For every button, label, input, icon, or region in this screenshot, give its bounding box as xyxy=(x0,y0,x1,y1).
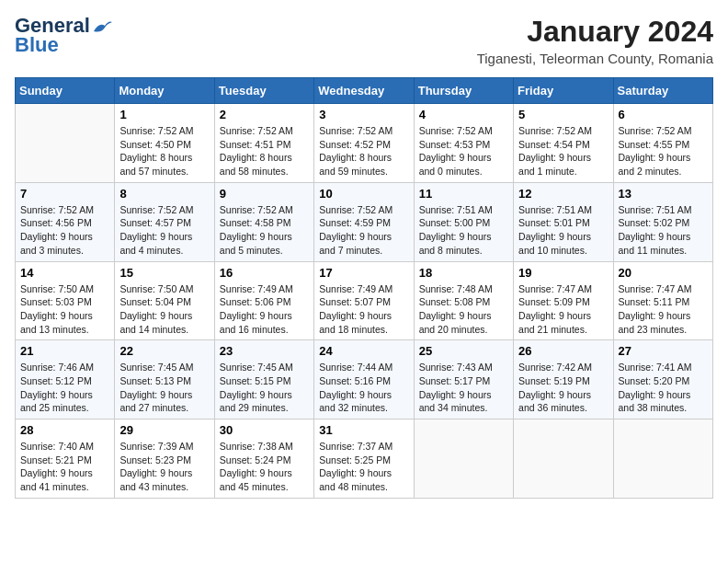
calendar-cell: 12Sunrise: 7:51 AM Sunset: 5:01 PM Dayli… xyxy=(514,182,613,261)
logo-blue: Blue xyxy=(15,33,59,57)
calendar-cell: 2Sunrise: 7:52 AM Sunset: 4:51 PM Daylig… xyxy=(214,104,313,183)
day-info: Sunrise: 7:47 AM Sunset: 5:11 PM Dayligh… xyxy=(619,282,708,337)
calendar-cell: 29Sunrise: 7:39 AM Sunset: 5:23 PM Dayli… xyxy=(115,419,214,499)
calendar-cell: 18Sunrise: 7:48 AM Sunset: 5:08 PM Dayli… xyxy=(414,261,513,340)
logo: General Blue xyxy=(15,15,112,57)
day-info: Sunrise: 7:47 AM Sunset: 5:09 PM Dayligh… xyxy=(518,282,608,337)
calendar-cell: 14Sunrise: 7:50 AM Sunset: 5:03 PM Dayli… xyxy=(16,261,115,340)
day-info: Sunrise: 7:37 AM Sunset: 5:25 PM Dayligh… xyxy=(319,440,408,494)
calendar-cell: 7Sunrise: 7:52 AM Sunset: 4:56 PM Daylig… xyxy=(16,182,115,261)
calendar-cell: 10Sunrise: 7:52 AM Sunset: 4:59 PM Dayli… xyxy=(314,182,414,261)
calendar-cell: 9Sunrise: 7:52 AM Sunset: 4:58 PM Daylig… xyxy=(214,182,313,261)
calendar-cell xyxy=(613,419,712,499)
month-title: January 2024 xyxy=(477,15,713,49)
calendar-week-row: 21Sunrise: 7:46 AM Sunset: 5:12 PM Dayli… xyxy=(16,340,713,419)
calendar-cell: 31Sunrise: 7:37 AM Sunset: 5:25 PM Dayli… xyxy=(314,419,414,499)
day-number: 3 xyxy=(319,108,408,121)
day-number: 17 xyxy=(319,266,408,280)
calendar-cell: 13Sunrise: 7:51 AM Sunset: 5:02 PM Dayli… xyxy=(613,182,712,261)
day-number: 29 xyxy=(119,423,209,437)
day-info: Sunrise: 7:52 AM Sunset: 4:54 PM Dayligh… xyxy=(518,124,608,178)
weekday-header-saturday: Saturday xyxy=(613,78,712,104)
calendar-cell: 30Sunrise: 7:38 AM Sunset: 5:24 PM Dayli… xyxy=(214,419,313,499)
calendar-cell xyxy=(414,419,513,499)
day-number: 24 xyxy=(319,344,408,358)
calendar-cell xyxy=(514,419,613,499)
weekday-header-wednesday: Wednesday xyxy=(314,78,414,104)
weekday-header-tuesday: Tuesday xyxy=(214,78,313,104)
calendar-cell: 5Sunrise: 7:52 AM Sunset: 4:54 PM Daylig… xyxy=(514,104,613,183)
calendar-cell: 26Sunrise: 7:42 AM Sunset: 5:19 PM Dayli… xyxy=(514,340,613,419)
day-info: Sunrise: 7:48 AM Sunset: 5:08 PM Dayligh… xyxy=(419,282,508,337)
day-info: Sunrise: 7:52 AM Sunset: 4:58 PM Dayligh… xyxy=(220,203,309,258)
calendar-table: SundayMondayTuesdayWednesdayThursdayFrid… xyxy=(15,77,713,499)
day-number: 16 xyxy=(220,266,309,280)
day-number: 27 xyxy=(619,344,708,358)
day-number: 21 xyxy=(20,344,109,358)
day-number: 1 xyxy=(119,108,209,121)
calendar-cell: 28Sunrise: 7:40 AM Sunset: 5:21 PM Dayli… xyxy=(16,419,115,499)
day-info: Sunrise: 7:40 AM Sunset: 5:21 PM Dayligh… xyxy=(20,440,109,494)
day-number: 13 xyxy=(619,187,708,201)
day-number: 5 xyxy=(518,108,608,121)
calendar-cell: 19Sunrise: 7:47 AM Sunset: 5:09 PM Dayli… xyxy=(514,261,613,340)
day-number: 2 xyxy=(220,108,309,121)
day-info: Sunrise: 7:39 AM Sunset: 5:23 PM Dayligh… xyxy=(119,440,209,494)
weekday-header-friday: Friday xyxy=(514,78,613,104)
day-info: Sunrise: 7:49 AM Sunset: 5:06 PM Dayligh… xyxy=(220,282,309,337)
calendar-week-row: 14Sunrise: 7:50 AM Sunset: 5:03 PM Dayli… xyxy=(16,261,713,340)
day-info: Sunrise: 7:52 AM Sunset: 4:51 PM Dayligh… xyxy=(220,124,309,178)
day-info: Sunrise: 7:45 AM Sunset: 5:15 PM Dayligh… xyxy=(220,361,309,415)
day-info: Sunrise: 7:50 AM Sunset: 5:03 PM Dayligh… xyxy=(20,282,109,337)
calendar-week-row: 1Sunrise: 7:52 AM Sunset: 4:50 PM Daylig… xyxy=(16,104,713,183)
calendar-week-row: 28Sunrise: 7:40 AM Sunset: 5:21 PM Dayli… xyxy=(16,419,713,499)
day-number: 10 xyxy=(319,187,408,201)
weekday-header-monday: Monday xyxy=(115,78,214,104)
calendar-body: 1Sunrise: 7:52 AM Sunset: 4:50 PM Daylig… xyxy=(16,104,713,499)
calendar-cell xyxy=(16,104,115,183)
day-info: Sunrise: 7:38 AM Sunset: 5:24 PM Dayligh… xyxy=(220,440,309,494)
calendar-week-row: 7Sunrise: 7:52 AM Sunset: 4:56 PM Daylig… xyxy=(16,182,713,261)
calendar-cell: 24Sunrise: 7:44 AM Sunset: 5:16 PM Dayli… xyxy=(314,340,414,419)
day-info: Sunrise: 7:45 AM Sunset: 5:13 PM Dayligh… xyxy=(119,361,209,415)
day-number: 26 xyxy=(518,344,608,358)
weekday-header-sunday: Sunday xyxy=(16,78,115,104)
day-number: 30 xyxy=(220,423,309,437)
day-info: Sunrise: 7:51 AM Sunset: 5:01 PM Dayligh… xyxy=(518,203,608,258)
day-number: 19 xyxy=(518,266,608,280)
location: Tiganesti, Teleorman County, Romania xyxy=(477,51,713,66)
day-number: 31 xyxy=(319,423,408,437)
page-header: General Blue January 2024 Tiganesti, Tel… xyxy=(15,15,713,66)
day-info: Sunrise: 7:46 AM Sunset: 5:12 PM Dayligh… xyxy=(20,361,109,415)
logo-bird-icon xyxy=(92,18,112,35)
day-number: 22 xyxy=(119,344,209,358)
calendar-cell: 27Sunrise: 7:41 AM Sunset: 5:20 PM Dayli… xyxy=(613,340,712,419)
weekday-header-row: SundayMondayTuesdayWednesdayThursdayFrid… xyxy=(16,78,713,104)
day-number: 12 xyxy=(518,187,608,201)
day-number: 15 xyxy=(119,266,209,280)
title-section: January 2024 Tiganesti, Teleorman County… xyxy=(477,15,713,66)
day-info: Sunrise: 7:43 AM Sunset: 5:17 PM Dayligh… xyxy=(419,361,508,415)
day-number: 11 xyxy=(419,187,508,201)
day-info: Sunrise: 7:52 AM Sunset: 4:57 PM Dayligh… xyxy=(119,203,209,258)
calendar-cell: 17Sunrise: 7:49 AM Sunset: 5:07 PM Dayli… xyxy=(314,261,414,340)
day-number: 18 xyxy=(419,266,508,280)
calendar-cell: 21Sunrise: 7:46 AM Sunset: 5:12 PM Dayli… xyxy=(16,340,115,419)
day-info: Sunrise: 7:51 AM Sunset: 5:02 PM Dayligh… xyxy=(619,203,708,258)
day-number: 8 xyxy=(119,187,209,201)
day-info: Sunrise: 7:42 AM Sunset: 5:19 PM Dayligh… xyxy=(518,361,608,415)
day-number: 6 xyxy=(619,108,708,121)
calendar-cell: 25Sunrise: 7:43 AM Sunset: 5:17 PM Dayli… xyxy=(414,340,513,419)
calendar-cell: 11Sunrise: 7:51 AM Sunset: 5:00 PM Dayli… xyxy=(414,182,513,261)
day-info: Sunrise: 7:51 AM Sunset: 5:00 PM Dayligh… xyxy=(419,203,508,258)
calendar-cell: 3Sunrise: 7:52 AM Sunset: 4:52 PM Daylig… xyxy=(314,104,414,183)
calendar-cell: 23Sunrise: 7:45 AM Sunset: 5:15 PM Dayli… xyxy=(214,340,313,419)
calendar-cell: 6Sunrise: 7:52 AM Sunset: 4:55 PM Daylig… xyxy=(613,104,712,183)
day-number: 9 xyxy=(220,187,309,201)
day-info: Sunrise: 7:52 AM Sunset: 4:56 PM Dayligh… xyxy=(20,203,109,258)
day-info: Sunrise: 7:44 AM Sunset: 5:16 PM Dayligh… xyxy=(319,361,408,415)
calendar-cell: 1Sunrise: 7:52 AM Sunset: 4:50 PM Daylig… xyxy=(115,104,214,183)
day-number: 7 xyxy=(20,187,109,201)
day-info: Sunrise: 7:52 AM Sunset: 4:55 PM Dayligh… xyxy=(619,124,708,178)
day-info: Sunrise: 7:52 AM Sunset: 4:52 PM Dayligh… xyxy=(319,124,408,178)
